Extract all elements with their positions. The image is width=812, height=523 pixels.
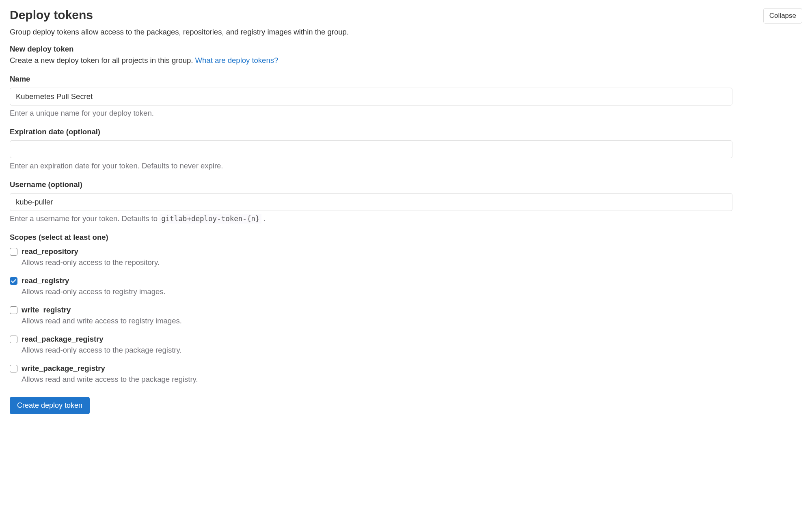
expiration-input[interactable] (10, 140, 732, 158)
username-help-suffix: . (261, 214, 266, 223)
expiration-help: Enter an expiration date for your token.… (10, 161, 802, 170)
name-label: Name (10, 75, 802, 84)
name-help: Enter a unique name for your deploy toke… (10, 109, 802, 118)
username-help-prefix: Enter a username for your token. Default… (10, 214, 160, 223)
scope-item-write_package_registry: write_package_registryAllows read and wr… (10, 364, 802, 384)
scope-item-write_registry: write_registryAllows read and write acce… (10, 305, 802, 325)
scope-description: Allows read-only access to registry imag… (22, 287, 166, 296)
new-token-heading: New deploy token (10, 45, 802, 54)
scope-name: read_package_registry (22, 334, 182, 344)
scope-item-read_package_registry: read_package_registryAllows read-only ac… (10, 334, 802, 355)
scope-item-read_repository: read_repositoryAllows read-only access t… (10, 247, 802, 267)
scopes-list: read_repositoryAllows read-only access t… (10, 247, 802, 384)
scope-checkbox-write_package_registry[interactable] (10, 365, 17, 372)
username-input[interactable] (10, 193, 732, 211)
scope-checkbox-read_package_registry[interactable] (10, 336, 17, 343)
section-subtitle: Group deploy tokens allow access to the … (10, 28, 802, 37)
new-token-description: Create a new deploy token for all projec… (10, 56, 802, 65)
username-help: Enter a username for your token. Default… (10, 214, 802, 223)
section-heading: Deploy tokens (10, 8, 93, 22)
scope-description: Allows read and write access to registry… (22, 316, 182, 325)
scope-name: read_registry (22, 276, 166, 286)
new-token-desc-text: Create a new deploy token for all projec… (10, 56, 195, 65)
scope-checkbox-write_registry[interactable] (10, 306, 17, 314)
scope-description: Allows read-only access to the repositor… (22, 258, 160, 267)
collapse-button[interactable]: Collapse (763, 8, 802, 24)
username-label: Username (optional) (10, 180, 802, 189)
scope-checkbox-read_repository[interactable] (10, 248, 17, 256)
what-are-deploy-tokens-link[interactable]: What are deploy tokens? (195, 56, 279, 65)
name-input[interactable] (10, 88, 732, 105)
scope-description: Allows read and write access to the pack… (22, 375, 198, 384)
create-deploy-token-button[interactable]: Create deploy token (10, 397, 90, 414)
scope-description: Allows read-only access to the package r… (22, 346, 182, 355)
scope-name: read_repository (22, 247, 160, 256)
scope-name: write_registry (22, 305, 182, 315)
scope-checkbox-read_registry[interactable] (10, 277, 17, 285)
scopes-label: Scopes (select at least one) (10, 233, 802, 242)
scope-name: write_package_registry (22, 364, 198, 373)
scope-item-read_registry: read_registryAllows read-only access to … (10, 276, 802, 296)
username-help-code: gitlab+deploy-token-{n} (160, 214, 261, 224)
expiration-label: Expiration date (optional) (10, 127, 802, 136)
